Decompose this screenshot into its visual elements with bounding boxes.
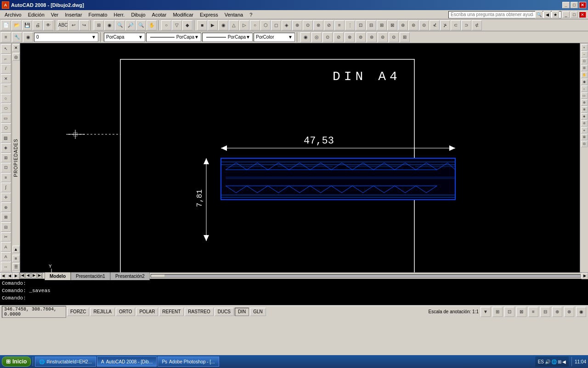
tb-new[interactable]: 📄 — [1, 20, 11, 30]
tb-preview[interactable]: 👁 — [43, 20, 53, 30]
restore-button[interactable]: □ — [571, 2, 578, 8]
menu-herr[interactable]: Herr. — [111, 11, 128, 18]
plotstyle-dropdown[interactable]: PorColor ▼ — [254, 33, 295, 42]
status-icon8[interactable]: ◉ — [576, 307, 586, 317]
lt-mtext[interactable]: A — [1, 252, 11, 262]
rt-zoom-ext[interactable]: ⊞ — [581, 65, 588, 71]
tab-presentacion2[interactable]: Presentación2 — [110, 272, 150, 280]
lt-xline[interactable]: ✕ — [1, 74, 11, 84]
close-button[interactable]: ✕ — [579, 2, 586, 8]
tb-b16[interactable]: ⊡ — [356, 20, 366, 30]
tb-b12[interactable]: ⊗ — [313, 20, 323, 30]
menu-close[interactable]: ✕ — [579, 12, 586, 18]
menu-modificar[interactable]: Modificar — [170, 11, 196, 18]
lt-mline[interactable]: ≡ — [1, 173, 11, 183]
tb-grid[interactable]: ⊞ — [94, 20, 104, 30]
menu-ver[interactable]: Ver — [48, 11, 62, 18]
tb-b26[interactable]: ⊃ — [461, 20, 471, 30]
rt-b2[interactable]: ○ — [581, 86, 588, 92]
tb-b19[interactable]: ⊠ — [387, 20, 397, 30]
status-icon5[interactable]: ⊟ — [540, 307, 550, 317]
lt-rectangle[interactable]: ▭ — [1, 114, 11, 123]
tb-c7[interactable]: ⊛ — [367, 32, 377, 42]
tb-c5[interactable]: ⊗ — [345, 32, 355, 42]
rt-b3[interactable]: ▭ — [581, 92, 588, 99]
help-icon1[interactable]: ◀ — [543, 11, 551, 18]
menu-archivo[interactable]: Archivo — [2, 11, 24, 18]
tray-expand[interactable]: ◀ — [562, 359, 566, 364]
lt-dim[interactable]: ↔ — [1, 262, 11, 271]
status-orto[interactable]: ORTO — [116, 308, 136, 316]
tb-zoom-window[interactable]: 🔍 — [115, 20, 125, 30]
lt-polygon[interactable]: ⬡ — [1, 123, 11, 133]
prop-top-btn2[interactable]: ◎ — [12, 53, 20, 61]
lt-mirror[interactable]: ⊠ — [1, 213, 11, 222]
menu-express[interactable]: Express — [197, 11, 221, 18]
tb-b10[interactable]: ⊕ — [292, 20, 302, 30]
tb-b23[interactable]: ⊀ — [430, 20, 440, 30]
tb-render[interactable]: ◆ — [182, 20, 192, 30]
lt-array[interactable]: ⊟ — [1, 222, 11, 232]
help-search-input[interactable] — [451, 12, 533, 17]
tab-presentacion1[interactable]: Presentación1 — [71, 272, 110, 280]
tb-b21[interactable]: ⊜ — [408, 20, 418, 30]
scroll-left-btn[interactable]: ◀ — [0, 273, 6, 279]
status-rejilla[interactable]: REJILLA — [90, 308, 114, 316]
tb-3d-orbit[interactable]: ○ — [161, 20, 171, 30]
tab-modelo[interactable]: Modelo — [45, 272, 71, 280]
lt-region[interactable]: ◈ — [1, 143, 11, 153]
scroll-right-btn[interactable]: ◀ — [6, 273, 13, 279]
tb-c3[interactable]: ⊙ — [322, 32, 333, 42]
tb-c9[interactable]: ⊝ — [389, 32, 399, 42]
tb-b17[interactable]: ⊟ — [366, 20, 376, 30]
menu-acotar[interactable]: Acotar — [149, 11, 170, 18]
tb-b1[interactable]: ■ — [197, 20, 207, 30]
lt-ellipse[interactable]: ⬭ — [1, 104, 11, 113]
status-icon1[interactable]: ⊞ — [492, 307, 503, 317]
rt-b5[interactable]: ⊗ — [581, 106, 588, 113]
tab-nav-prev[interactable]: ◀ — [25, 273, 31, 278]
tb-c2[interactable]: ◎ — [311, 32, 322, 42]
tb-b8[interactable]: ◻ — [271, 20, 281, 30]
rt-b1[interactable]: ◉ — [581, 79, 588, 85]
menu-ventana[interactable]: Ventana — [222, 11, 246, 18]
tb-b25[interactable]: ⊂ — [451, 20, 461, 30]
tb-zoom-realtime[interactable]: 🔍 — [136, 20, 146, 30]
tb-redo[interactable]: ↪ — [79, 20, 89, 30]
tb-save[interactable]: 💾 — [22, 20, 32, 30]
rt-b7[interactable]: ⊘ — [581, 120, 588, 126]
lt-insert[interactable]: ⊡ — [1, 163, 11, 172]
layer-dropdown[interactable]: 0 ▼ — [34, 33, 98, 42]
annotation-scale-btn[interactable]: ▼ — [481, 307, 491, 317]
tb-b18[interactable]: ⊞ — [377, 20, 387, 30]
scroll-right-btn2[interactable]: ▶ — [13, 273, 19, 279]
rt-zoom-plus[interactable]: + — [581, 44, 588, 51]
tb-c4[interactable]: ⊘ — [334, 32, 344, 42]
status-polar[interactable]: POLAR — [136, 308, 158, 316]
tb-b13[interactable]: ⊘ — [324, 20, 334, 30]
tb-b15[interactable]: ⋮ — [345, 20, 355, 30]
prop-top-btn1[interactable]: ✕ — [12, 44, 20, 52]
tb-b3[interactable]: ◉ — [218, 20, 228, 30]
tb-b7[interactable]: ⬡ — [260, 20, 271, 30]
lt-circle[interactable]: ○ — [1, 94, 11, 104]
menu-minimize[interactable]: _ — [562, 12, 570, 18]
rt-b6[interactable]: ◈ — [581, 113, 588, 120]
rt-zoom-all[interactable]: ⊡ — [581, 58, 588, 64]
rt-b9[interactable]: ⊠ — [581, 134, 588, 140]
tb-spell[interactable]: ABC — [58, 20, 68, 30]
tb-pan[interactable]: ✋ — [147, 20, 157, 30]
status-gln[interactable]: GLN — [250, 308, 266, 316]
status-icon3[interactable]: ⊠ — [516, 307, 526, 317]
status-icon7[interactable]: ⊗ — [564, 307, 574, 317]
rt-zoom-minus[interactable]: − — [581, 51, 588, 58]
tb-open[interactable]: 📂 — [11, 20, 22, 30]
lt-move[interactable]: ✛ — [1, 193, 11, 202]
status-din[interactable]: DIN — [235, 308, 249, 316]
tb-b24[interactable]: ⊁ — [440, 20, 450, 30]
tab-nav-first[interactable]: |◀ — [19, 273, 25, 278]
lt-polyline[interactable]: ⌐ — [1, 54, 11, 64]
help-icon2[interactable]: ★ — [552, 11, 559, 18]
lt-block[interactable]: ⊞ — [1, 153, 11, 163]
layer-props-btn[interactable]: 🔧 — [12, 32, 22, 42]
